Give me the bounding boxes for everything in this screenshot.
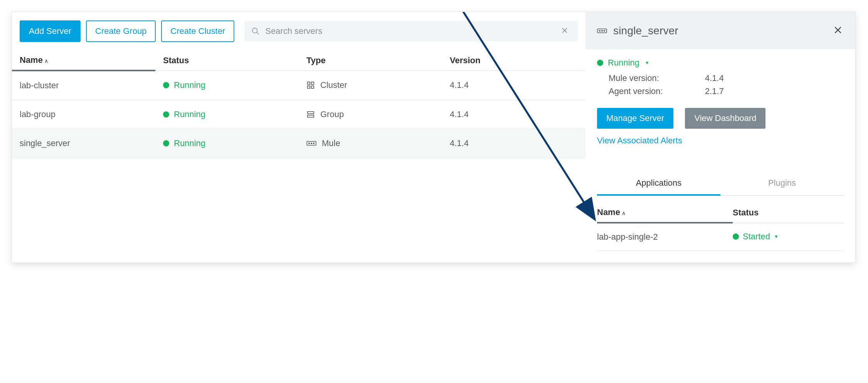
agent-version-value: 2.1.7 [705,86,724,96]
cell-name: lab-group [12,100,155,129]
svg-rect-4 [308,82,310,84]
status-dot-icon [163,111,169,118]
search-clear-button[interactable] [558,24,571,39]
table-row[interactable]: lab-group Running Group 4.1.4 [12,100,585,129]
toolbar: Add Server Create Group Create Cluster [12,20,585,50]
chevron-down-icon: ▼ [774,234,779,239]
apps-col-status[interactable]: Status [733,203,844,223]
col-status[interactable]: Status [155,50,299,71]
table-row[interactable]: single_server Running Mule 4.1.4 [12,129,585,158]
col-version[interactable]: Version [442,50,585,71]
sort-asc-icon: ∧ [622,210,626,216]
app-status-dropdown[interactable]: Started ▼ [733,232,844,242]
agent-version-label: Agent version: [609,86,705,96]
table-row[interactable]: lab-cluster Running Cluster 4.1.4 [12,71,585,100]
app-container: Add Server Create Group Create Cluster N… [12,12,856,263]
cell-name: single_server [12,129,155,158]
tab-applications[interactable]: Applications [597,172,720,196]
svg-rect-8 [308,112,314,114]
action-buttons: Manage Server View Dashboard [597,108,844,129]
cluster-icon [306,81,315,89]
server-list-panel: Add Server Create Group Create Cluster N… [12,12,585,262]
status-text: Started [743,232,770,242]
detail-tabs: Applications Plugins [597,172,844,196]
mule-version-row: Mule version: 4.1.4 [597,72,844,85]
search-icon [251,27,260,35]
cell-status: Running [155,100,299,129]
svg-point-13 [313,143,314,144]
status-dropdown[interactable]: Running ▼ [597,58,844,68]
status-text: Running [174,80,205,90]
svg-rect-5 [311,82,314,84]
search-wrap [244,21,578,41]
create-group-button[interactable]: Create Group [86,20,156,42]
mule-icon [597,27,607,34]
cell-type: Mule [299,129,442,158]
svg-point-15 [599,30,600,31]
mule-version-label: Mule version: [609,73,705,83]
detail-body: Running ▼ Mule version: 4.1.4 Agent vers… [585,49,855,262]
svg-line-1 [257,32,259,34]
cell-type: Group [299,100,442,129]
cell-version: 4.1.4 [442,129,585,158]
svg-rect-6 [308,86,310,88]
status-dot-icon [733,233,739,240]
table-row[interactable]: lab-app-single-2 Started ▼ [597,223,844,251]
search-input[interactable] [260,26,558,36]
svg-point-12 [311,143,312,144]
mule-icon [306,140,316,147]
view-associated-alerts-link[interactable]: View Associated Alerts [597,136,682,146]
status-text: Running [174,138,205,148]
manage-server-button[interactable]: Manage Server [597,108,673,129]
cell-version: 4.1.4 [442,71,585,100]
svg-point-16 [602,30,602,31]
agent-version-row: Agent version: 2.1.7 [597,85,844,98]
create-cluster-button[interactable]: Create Cluster [161,20,234,42]
status-text: Running [174,109,205,119]
status-dot-icon [163,140,169,146]
status-text: Running [608,58,639,68]
status-dot-icon [597,60,603,66]
servers-table: Name∧ Status Type Version lab-cluster Ru… [12,50,585,158]
app-status-cell: Started ▼ [733,223,844,251]
cell-status: Running [155,129,299,158]
server-detail-panel: single_server Running ▼ Mule version: 4.… [585,12,855,262]
detail-header: single_server [585,12,855,49]
cell-status: Running [155,71,299,100]
svg-rect-9 [308,115,314,118]
add-server-button[interactable]: Add Server [20,20,81,42]
view-dashboard-button[interactable]: View Dashboard [685,108,765,129]
close-icon [833,25,843,35]
group-icon [306,110,315,119]
applications-table: Name∧ Status lab-app-single-2 Started ▼ [597,203,844,251]
app-name: lab-app-single-2 [597,223,733,251]
chevron-down-icon: ▼ [645,60,649,66]
svg-point-11 [309,143,310,144]
cell-version: 4.1.4 [442,100,585,129]
detail-title: single_server [613,25,824,37]
col-name[interactable]: Name∧ [12,50,155,71]
close-detail-button[interactable] [831,23,845,39]
svg-point-17 [604,30,605,31]
cell-type: Cluster [299,71,442,100]
status-dot-icon [163,82,169,88]
sort-asc-icon: ∧ [44,58,48,64]
svg-point-0 [252,28,257,33]
apps-col-name[interactable]: Name∧ [597,203,733,223]
cell-name: lab-cluster [12,71,155,100]
mule-version-value: 4.1.4 [705,73,724,83]
col-type[interactable]: Type [299,50,442,71]
close-icon [561,27,569,34]
svg-rect-7 [311,86,314,88]
tab-plugins[interactable]: Plugins [720,172,844,196]
